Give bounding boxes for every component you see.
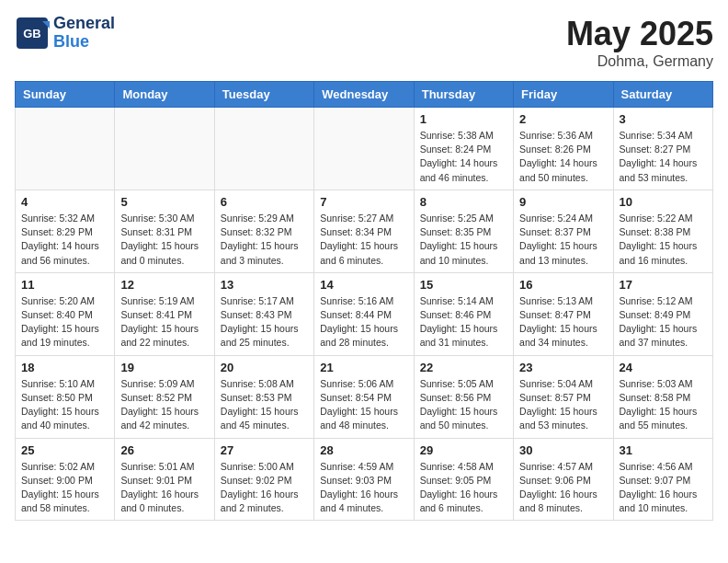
col-wednesday: Wednesday	[314, 82, 414, 108]
calendar-day: 27Sunrise: 5:00 AM Sunset: 9:02 PM Dayli…	[214, 438, 313, 521]
day-info: Sunrise: 5:19 AM Sunset: 8:41 PM Dayligh…	[120, 294, 208, 350]
day-number: 10	[620, 195, 707, 209]
calendar-week-1: 1Sunrise: 5:38 AM Sunset: 8:24 PM Daylig…	[16, 108, 713, 190]
col-friday: Friday	[514, 82, 613, 108]
calendar-day: 2Sunrise: 5:36 AM Sunset: 8:26 PM Daylig…	[514, 108, 613, 190]
day-info: Sunrise: 4:56 AM Sunset: 9:07 PM Dayligh…	[620, 460, 707, 516]
day-info: Sunrise: 5:16 AM Sunset: 8:44 PM Dayligh…	[320, 294, 407, 350]
calendar-week-4: 18Sunrise: 5:10 AM Sunset: 8:50 PM Dayli…	[16, 355, 713, 438]
day-number: 12	[120, 278, 208, 292]
calendar-day: 21Sunrise: 5:06 AM Sunset: 8:54 PM Dayli…	[314, 355, 414, 438]
day-number: 15	[420, 278, 507, 292]
calendar-day	[115, 108, 214, 190]
day-info: Sunrise: 5:30 AM Sunset: 8:31 PM Dayligh…	[120, 212, 208, 268]
calendar-table: Sunday Monday Tuesday Wednesday Thursday…	[15, 81, 713, 521]
day-info: Sunrise: 5:14 AM Sunset: 8:46 PM Dayligh…	[420, 294, 507, 350]
calendar-day: 19Sunrise: 5:09 AM Sunset: 8:52 PM Dayli…	[115, 355, 214, 438]
day-info: Sunrise: 5:20 AM Sunset: 8:40 PM Dayligh…	[21, 294, 108, 350]
calendar-day: 25Sunrise: 5:02 AM Sunset: 9:00 PM Dayli…	[16, 438, 115, 521]
calendar-day: 18Sunrise: 5:10 AM Sunset: 8:50 PM Dayli…	[16, 355, 115, 438]
day-info: Sunrise: 4:57 AM Sunset: 9:06 PM Dayligh…	[519, 460, 607, 516]
day-number: 13	[221, 278, 308, 292]
calendar-day: 6Sunrise: 5:29 AM Sunset: 8:32 PM Daylig…	[214, 190, 313, 272]
day-info: Sunrise: 5:09 AM Sunset: 8:52 PM Dayligh…	[120, 377, 208, 433]
day-number: 7	[320, 195, 407, 209]
day-info: Sunrise: 4:59 AM Sunset: 9:03 PM Dayligh…	[320, 460, 407, 516]
day-info: Sunrise: 5:12 AM Sunset: 8:49 PM Dayligh…	[620, 294, 707, 350]
calendar-day: 26Sunrise: 5:01 AM Sunset: 9:01 PM Dayli…	[115, 438, 214, 521]
title-block: May 2025 Dohma, Germany	[566, 15, 713, 70]
day-number: 19	[120, 361, 208, 374]
day-info: Sunrise: 5:03 AM Sunset: 8:58 PM Dayligh…	[620, 377, 707, 433]
calendar-day: 22Sunrise: 5:05 AM Sunset: 8:56 PM Dayli…	[414, 355, 513, 438]
day-number: 1	[420, 112, 507, 126]
day-number: 18	[21, 361, 108, 374]
day-number: 21	[320, 361, 407, 374]
header-row: Sunday Monday Tuesday Wednesday Thursday…	[16, 82, 713, 108]
day-number: 22	[420, 361, 507, 374]
day-number: 28	[320, 443, 407, 457]
calendar-day: 5Sunrise: 5:30 AM Sunset: 8:31 PM Daylig…	[115, 190, 214, 272]
location-subtitle: Dohma, Germany	[566, 53, 713, 70]
calendar-day: 16Sunrise: 5:13 AM Sunset: 8:47 PM Dayli…	[514, 272, 613, 355]
day-number: 17	[620, 278, 707, 292]
day-number: 26	[120, 443, 208, 457]
day-info: Sunrise: 5:38 AM Sunset: 8:24 PM Dayligh…	[420, 129, 507, 185]
calendar-day: 8Sunrise: 5:25 AM Sunset: 8:35 PM Daylig…	[414, 190, 513, 272]
day-number: 27	[221, 443, 308, 457]
day-number: 4	[21, 195, 108, 209]
calendar-day: 30Sunrise: 4:57 AM Sunset: 9:06 PM Dayli…	[514, 438, 613, 521]
calendar-day: 11Sunrise: 5:20 AM Sunset: 8:40 PM Dayli…	[16, 272, 115, 355]
day-info: Sunrise: 5:04 AM Sunset: 8:57 PM Dayligh…	[519, 377, 607, 433]
svg-text:GB: GB	[23, 27, 41, 40]
logo-text-blue: Blue	[53, 33, 115, 52]
day-info: Sunrise: 5:22 AM Sunset: 8:38 PM Dayligh…	[620, 212, 707, 268]
month-title: May 2025	[566, 15, 713, 53]
day-number: 8	[420, 195, 507, 209]
calendar-day: 14Sunrise: 5:16 AM Sunset: 8:44 PM Dayli…	[314, 272, 414, 355]
calendar-week-3: 11Sunrise: 5:20 AM Sunset: 8:40 PM Dayli…	[16, 272, 713, 355]
day-number: 29	[420, 443, 507, 457]
calendar-day	[314, 108, 414, 190]
col-sunday: Sunday	[16, 82, 115, 108]
calendar-week-5: 25Sunrise: 5:02 AM Sunset: 9:00 PM Dayli…	[16, 438, 713, 521]
day-info: Sunrise: 5:00 AM Sunset: 9:02 PM Dayligh…	[221, 460, 308, 516]
day-number: 14	[320, 278, 407, 292]
calendar-day: 13Sunrise: 5:17 AM Sunset: 8:43 PM Dayli…	[214, 272, 313, 355]
day-info: Sunrise: 5:13 AM Sunset: 8:47 PM Dayligh…	[519, 294, 607, 350]
calendar-day: 12Sunrise: 5:19 AM Sunset: 8:41 PM Dayli…	[115, 272, 214, 355]
calendar-day	[214, 108, 313, 190]
calendar-day: 24Sunrise: 5:03 AM Sunset: 8:58 PM Dayli…	[613, 355, 712, 438]
calendar-day: 10Sunrise: 5:22 AM Sunset: 8:38 PM Dayli…	[613, 190, 712, 272]
day-number: 6	[221, 195, 308, 209]
calendar-day: 9Sunrise: 5:24 AM Sunset: 8:37 PM Daylig…	[514, 190, 613, 272]
day-number: 24	[620, 361, 707, 374]
logo-icon: GB	[15, 16, 50, 51]
calendar-week-2: 4Sunrise: 5:32 AM Sunset: 8:29 PM Daylig…	[16, 190, 713, 272]
day-info: Sunrise: 5:24 AM Sunset: 8:37 PM Dayligh…	[519, 212, 607, 268]
day-number: 20	[221, 361, 308, 374]
calendar-day: 3Sunrise: 5:34 AM Sunset: 8:27 PM Daylig…	[613, 108, 712, 190]
day-info: Sunrise: 5:01 AM Sunset: 9:01 PM Dayligh…	[120, 460, 208, 516]
calendar-day: 7Sunrise: 5:27 AM Sunset: 8:34 PM Daylig…	[314, 190, 414, 272]
day-info: Sunrise: 5:34 AM Sunset: 8:27 PM Dayligh…	[620, 129, 707, 185]
col-thursday: Thursday	[414, 82, 513, 108]
calendar-day: 15Sunrise: 5:14 AM Sunset: 8:46 PM Dayli…	[414, 272, 513, 355]
calendar-day: 20Sunrise: 5:08 AM Sunset: 8:53 PM Dayli…	[214, 355, 313, 438]
calendar-day: 28Sunrise: 4:59 AM Sunset: 9:03 PM Dayli…	[314, 438, 414, 521]
page-header: GB General Blue May 2025 Dohma, Germany	[15, 15, 713, 70]
col-tuesday: Tuesday	[214, 82, 313, 108]
day-info: Sunrise: 5:32 AM Sunset: 8:29 PM Dayligh…	[21, 212, 108, 268]
day-info: Sunrise: 5:36 AM Sunset: 8:26 PM Dayligh…	[519, 129, 607, 185]
day-info: Sunrise: 5:06 AM Sunset: 8:54 PM Dayligh…	[320, 377, 407, 433]
day-info: Sunrise: 5:17 AM Sunset: 8:43 PM Dayligh…	[221, 294, 308, 350]
calendar-day: 31Sunrise: 4:56 AM Sunset: 9:07 PM Dayli…	[613, 438, 712, 521]
day-number: 30	[519, 443, 607, 457]
day-info: Sunrise: 5:02 AM Sunset: 9:00 PM Dayligh…	[21, 460, 108, 516]
day-number: 11	[21, 278, 108, 292]
day-number: 23	[519, 361, 607, 374]
day-number: 31	[620, 443, 707, 457]
logo: GB General Blue	[15, 15, 115, 52]
day-info: Sunrise: 4:58 AM Sunset: 9:05 PM Dayligh…	[420, 460, 507, 516]
calendar-day: 23Sunrise: 5:04 AM Sunset: 8:57 PM Dayli…	[514, 355, 613, 438]
